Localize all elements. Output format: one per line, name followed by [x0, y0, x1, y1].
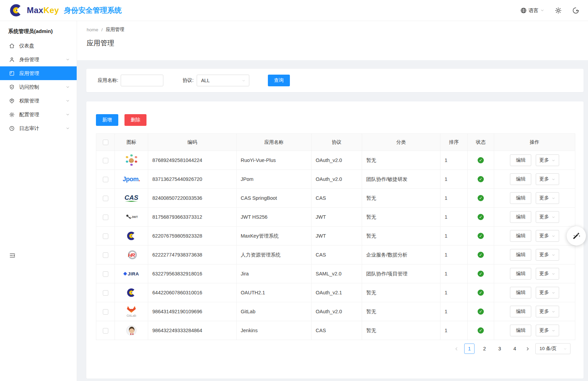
sidebar-item-permissions[interactable]: 权限管理: [0, 94, 77, 108]
row-checkbox[interactable]: [103, 233, 108, 239]
app-name: OAUTH2.1: [237, 283, 312, 302]
language-switcher[interactable]: 语言: [520, 7, 544, 14]
app-protocol: OAuth_v2.1: [312, 283, 362, 302]
app-name: RuoYi-Vue-Plus: [237, 151, 312, 170]
brand-title: 身份安全管理系统: [64, 6, 122, 15]
row-checkbox[interactable]: [103, 328, 108, 334]
chevron-down-icon: [552, 159, 555, 162]
edit-button[interactable]: 编辑: [510, 306, 531, 317]
edit-button[interactable]: 编辑: [510, 287, 531, 298]
row-checkbox[interactable]: [103, 215, 108, 220]
more-button[interactable]: 更多: [536, 306, 559, 317]
prev-page-button[interactable]: [454, 346, 459, 352]
app-name: GitLab: [237, 302, 312, 321]
edit-button[interactable]: 编辑: [510, 249, 531, 261]
applications-table: 图标 编码 应用名称 协议 分类 排序 状态 操作 87689249258104…: [96, 133, 575, 340]
page-size-select[interactable]: 10 条/页: [535, 343, 570, 354]
app-code: 632279563832918016: [148, 264, 237, 283]
sidebar-item-configuration[interactable]: 配置管理: [0, 108, 77, 121]
select-all-checkbox[interactable]: [103, 140, 108, 145]
row-checkbox[interactable]: [103, 158, 108, 163]
status-enabled-icon: [478, 157, 484, 163]
row-checkbox[interactable]: [103, 309, 108, 315]
app-code: 986432249333284864: [148, 321, 237, 340]
admin-user-title: 系统管理员(admin): [0, 21, 77, 39]
page-button-4[interactable]: 4: [510, 344, 520, 354]
app-code: 817568793663373312: [148, 208, 237, 227]
edit-button[interactable]: 编辑: [510, 325, 531, 336]
app-protocol: CAS: [312, 321, 362, 340]
column-sort: 排序: [440, 134, 468, 151]
more-button[interactable]: 更多: [536, 211, 559, 223]
edit-button[interactable]: 编辑: [510, 154, 531, 166]
status-enabled-icon: [478, 195, 484, 201]
more-button[interactable]: 更多: [536, 192, 559, 204]
page-button-2[interactable]: 2: [479, 344, 490, 354]
next-page-button[interactable]: [525, 346, 531, 352]
add-button[interactable]: 新增: [96, 114, 118, 126]
more-button[interactable]: 更多: [536, 173, 559, 185]
table-row: Jpom. 837136275440926720 JPom OAuth_v2.0…: [96, 170, 575, 189]
app-name: 人力资源管理系统: [237, 246, 312, 264]
app-sort: 1: [440, 151, 468, 170]
edit-button[interactable]: 编辑: [510, 268, 531, 280]
content-area: 应用名称: 协议: ALL 查询 新增 删除: [77, 60, 588, 379]
more-button[interactable]: 更多: [536, 268, 559, 280]
more-button[interactable]: 更多: [536, 154, 559, 166]
edit-button[interactable]: 编辑: [510, 192, 531, 204]
app-code: 622076759805923328: [148, 227, 237, 246]
status-enabled-icon: [478, 271, 484, 277]
page-button-3[interactable]: 3: [494, 344, 505, 354]
status-enabled-icon: [478, 176, 484, 182]
sidebar-menu: 仪表盘 身份管理 应用管理 访问控制 权限管理 配置管理 日志审计: [0, 39, 77, 135]
table-row: HR 622227747938373638 人力资源管理系统 CAS 企业服务/…: [96, 246, 575, 264]
app-protocol: OAuth_v2.0: [312, 302, 362, 321]
sidebar-item-access-control[interactable]: 访问控制: [0, 80, 77, 94]
breadcrumb-current: 应用管理: [106, 26, 124, 33]
row-checkbox[interactable]: [103, 252, 108, 258]
settings-button[interactable]: [555, 7, 562, 14]
app-category: 暂无: [362, 151, 440, 170]
jenkins-app-icon: [126, 324, 137, 337]
row-checkbox[interactable]: [103, 177, 108, 182]
sidebar-item-identity[interactable]: 身份管理: [0, 53, 77, 66]
sidebar-item-applications[interactable]: 应用管理: [0, 66, 77, 80]
theme-settings-float-button[interactable]: [567, 226, 586, 246]
protocol-label: 协议:: [183, 77, 194, 84]
more-button[interactable]: 更多: [536, 287, 559, 298]
app-category: 企业服务/数据分析: [362, 246, 440, 264]
table-body: 876892492581044224 RuoYi-Vue-Plus OAuth_…: [96, 151, 575, 340]
table-row: CAS 824008507220033536 CAS SpringBoot CA…: [96, 189, 575, 208]
edit-button[interactable]: 编辑: [510, 230, 531, 242]
chevron-down-icon: [563, 347, 567, 351]
menu-fold-icon: [9, 252, 16, 259]
row-checkbox[interactable]: [103, 271, 108, 277]
search-button[interactable]: 查询: [268, 75, 290, 86]
edit-button[interactable]: 编辑: [510, 173, 531, 185]
delete-button[interactable]: 删除: [124, 114, 146, 126]
more-button[interactable]: 更多: [536, 230, 559, 242]
table-card: 新增 删除 图标 编码 应用名称 协议 分类 排序: [86, 101, 584, 379]
edit-button[interactable]: 编辑: [510, 211, 531, 223]
home-icon: [9, 43, 15, 49]
protocol-select[interactable]: ALL: [197, 75, 249, 86]
sidebar-collapse-button[interactable]: [9, 252, 16, 259]
page-button-1[interactable]: 1: [464, 344, 475, 354]
logout-button[interactable]: [572, 7, 579, 14]
table-toolbar: 新增 删除: [96, 114, 575, 126]
app-sort: 1: [440, 283, 468, 302]
jwt-app-icon: JWT: [125, 211, 138, 223]
app-category: 暂无: [362, 302, 440, 321]
sidebar-item-dashboard[interactable]: 仪表盘: [0, 39, 77, 53]
breadcrumb-home[interactable]: home: [87, 27, 98, 32]
more-button[interactable]: 更多: [536, 325, 559, 336]
row-checkbox[interactable]: [103, 290, 108, 296]
app-name: JWT HS256: [237, 208, 312, 227]
status-enabled-icon: [478, 290, 484, 296]
row-checkbox[interactable]: [103, 196, 108, 201]
app-header: MaxKey 身份安全管理系统 语言: [0, 0, 588, 21]
app-name-input[interactable]: [121, 75, 163, 86]
app-code: 824008507220033536: [148, 189, 237, 208]
more-button[interactable]: 更多: [536, 249, 559, 261]
sidebar-item-audit-logs[interactable]: 日志审计: [0, 121, 77, 135]
